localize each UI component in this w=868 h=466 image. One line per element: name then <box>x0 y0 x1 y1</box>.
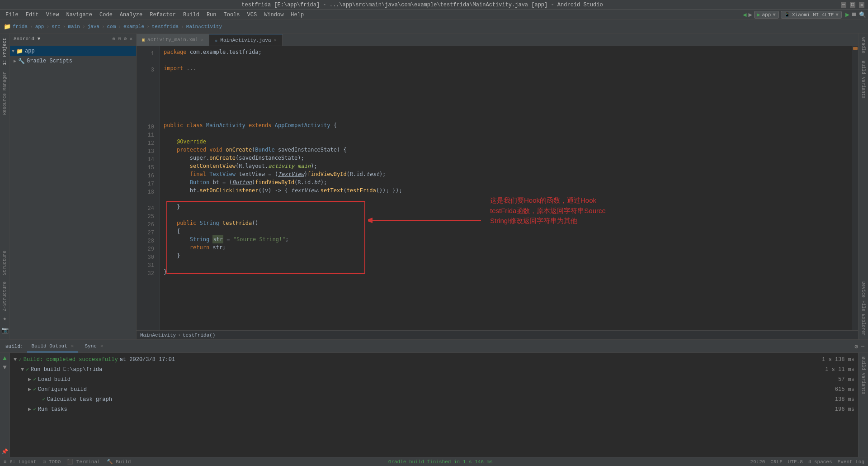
stop-button[interactable]: ⏹ <box>851 11 857 18</box>
tab-build-output[interactable]: Build Output ✕ <box>27 341 79 352</box>
breadcrumb-example[interactable]: example <box>123 24 144 29</box>
pin-icon[interactable]: 📌 <box>1 448 8 455</box>
structure-panel-toggle[interactable]: Structure <box>1 248 8 278</box>
code-line-7 <box>164 97 848 105</box>
project-tree: ▼ 📁 app ▶ 🔧 Gradle Scripts <box>10 44 136 339</box>
build-output-label: Build Output <box>32 343 67 349</box>
breadcrumb-testfrida[interactable]: testFrida() <box>183 333 216 338</box>
code-line-15: setContentView(R.layout.activity_main); <box>164 162 848 170</box>
file-encoding[interactable]: UTF-8 <box>788 459 803 465</box>
breadcrumb-mainactivity[interactable]: MainActivity <box>140 333 176 338</box>
tab-mainactivity-java[interactable]: ☕ MainActivity.java ✕ <box>209 34 282 46</box>
run-config-selector[interactable]: ▶ app ▼ <box>754 11 779 19</box>
code-line-28: 💡 String str = "Source String!"; <box>164 235 848 243</box>
breadcrumb-com[interactable]: com <box>107 24 116 29</box>
android-dropdown[interactable]: Android ▼ <box>14 36 40 42</box>
sync-project-icon[interactable]: ⊕ <box>113 36 116 42</box>
bottom-tab-build[interactable]: 🔨 Build <box>107 459 131 465</box>
layout-captures-toggle[interactable]: 📷 <box>1 327 9 334</box>
close-sync[interactable]: ✕ <box>100 343 104 349</box>
gradle-label: Gradle Scripts <box>27 58 72 64</box>
expand-icon: ▶ <box>28 375 31 384</box>
cursor-position[interactable]: 29:20 <box>750 459 765 465</box>
tree-item-app[interactable]: ▼ 📁 app <box>10 46 136 56</box>
settings-icon[interactable]: ⚙ <box>854 343 858 350</box>
bottom-tab-logcat[interactable]: ≡ 6: Logcat <box>4 459 37 465</box>
breadcrumb-testfrida[interactable]: testfrida <box>152 24 179 29</box>
breadcrumb-src[interactable]: src <box>52 24 61 29</box>
menu-file[interactable]: File <box>2 10 22 19</box>
collapse-all-icon[interactable]: ⊟ <box>118 36 121 42</box>
line-numbers: 1 3 10 11 12 13 14 15 16 1 <box>137 46 160 330</box>
build-variants-toggle[interactable]: Build Variants <box>860 57 867 102</box>
success-icon: ✓ <box>19 355 22 364</box>
device-selector[interactable]: 📱 Xiaomi MI 4LTE ▼ <box>781 11 842 19</box>
breadcrumb-java[interactable]: java <box>87 24 99 29</box>
build-timestamp: at 2020/3/8 17:01 <box>120 355 175 364</box>
menu-code[interactable]: Code <box>96 10 116 19</box>
tab-sync[interactable]: Sync ✕ <box>80 341 108 352</box>
build-time-6: 196 ms <box>835 405 854 414</box>
close-button[interactable]: ✕ <box>859 2 864 8</box>
resource-manager-toggle[interactable]: Resource Manager <box>1 69 8 118</box>
menu-vcs[interactable]: VCS <box>244 10 261 19</box>
z-structure-toggle[interactable]: Z-Structure <box>1 279 8 314</box>
build-label: Build: <box>4 344 25 349</box>
menu-tools[interactable]: Tools <box>220 10 244 19</box>
run-button[interactable]: ▶ <box>845 10 849 19</box>
nav-back-icon[interactable]: ◀ <box>743 11 746 19</box>
menu-view[interactable]: View <box>42 10 63 19</box>
device-file-explorer-toggle[interactable]: Device File Explorer <box>860 278 867 339</box>
success-icon: ✓ <box>42 395 45 404</box>
menu-bar: File Edit View Navigate Code Analyze Ref… <box>0 10 868 20</box>
menu-analyze[interactable]: Analyze <box>116 10 146 19</box>
build-line-3: ▶ ✓ Load build 57 ms <box>14 375 854 385</box>
tab-activity-main-xml[interactable]: ▣ activity_main.xml ✕ <box>137 34 209 46</box>
code-line-1: package com.example.testfrida; <box>164 48 848 56</box>
event-log-button[interactable]: Event Log <box>838 459 864 465</box>
right-gutter <box>852 46 858 330</box>
bottom-tab-terminal[interactable]: ⬛ Terminal <box>67 459 100 465</box>
maximize-button[interactable]: □ <box>850 2 855 8</box>
scroll-up-icon[interactable]: ▲ <box>3 355 6 362</box>
line-ending[interactable]: CRLF <box>770 459 782 465</box>
gradle-panel-toggle[interactable]: Gradle <box>860 33 867 57</box>
code-line-12: @Override <box>164 138 848 146</box>
nav-forward-icon[interactable]: ▶ <box>748 11 752 19</box>
tab-close-xml[interactable]: ✕ <box>201 37 203 43</box>
build-side-panel: Build Variants <box>858 353 868 457</box>
close-build-output[interactable]: ✕ <box>71 343 74 349</box>
tree-item-gradle[interactable]: ▶ 🔧 Gradle Scripts <box>10 56 136 66</box>
bottom-tab-todo[interactable]: ☑ TODO <box>43 459 61 465</box>
project-settings-icon[interactable]: ⚙ <box>124 36 127 42</box>
tab-close-java[interactable]: ✕ <box>274 38 277 43</box>
indent-setting[interactable]: 4 spaces <box>808 459 832 465</box>
left-activity-bar: 1: Project Resource Manager Structure Z-… <box>0 33 10 339</box>
success-icon: ✓ <box>33 375 36 384</box>
code-content[interactable]: package com.example.testfrida; import ..… <box>160 46 852 330</box>
close-project-panel-icon[interactable]: ✕ <box>129 36 132 42</box>
menu-refactor[interactable]: Refactor <box>146 10 179 19</box>
success-icon: ✓ <box>33 385 36 394</box>
menu-window[interactable]: Window <box>260 10 287 19</box>
minimize-panel-icon[interactable]: ─ <box>861 343 864 350</box>
favorites-icon[interactable]: ★ <box>3 315 7 322</box>
menu-edit[interactable]: Edit <box>22 10 42 19</box>
tab-label-xml: activity_main.xml <box>147 37 198 43</box>
minimize-button[interactable]: ─ <box>841 2 846 8</box>
breadcrumb-mainactivity[interactable]: MainActivity <box>186 24 222 29</box>
breadcrumb-frida[interactable]: frida <box>13 24 28 29</box>
build-time-2: 1 s 11 ms <box>825 365 854 374</box>
search-everywhere-icon[interactable]: 🔍 <box>859 11 866 19</box>
build-variants-bottom-toggle[interactable]: Build Variants <box>860 353 867 398</box>
breadcrumb-main[interactable]: main <box>68 24 80 29</box>
build-time-3: 57 ms <box>838 375 854 384</box>
menu-run[interactable]: Run <box>203 10 220 19</box>
breadcrumb-app[interactable]: app <box>35 24 44 29</box>
scroll-down-icon[interactable]: ▼ <box>3 364 6 371</box>
menu-build[interactable]: Build <box>179 10 203 19</box>
xml-icon: ▣ <box>142 37 145 43</box>
menu-help[interactable]: Help <box>287 10 307 19</box>
menu-navigate[interactable]: Navigate <box>62 10 96 19</box>
project-panel-toggle[interactable]: 1: Project <box>1 35 8 68</box>
